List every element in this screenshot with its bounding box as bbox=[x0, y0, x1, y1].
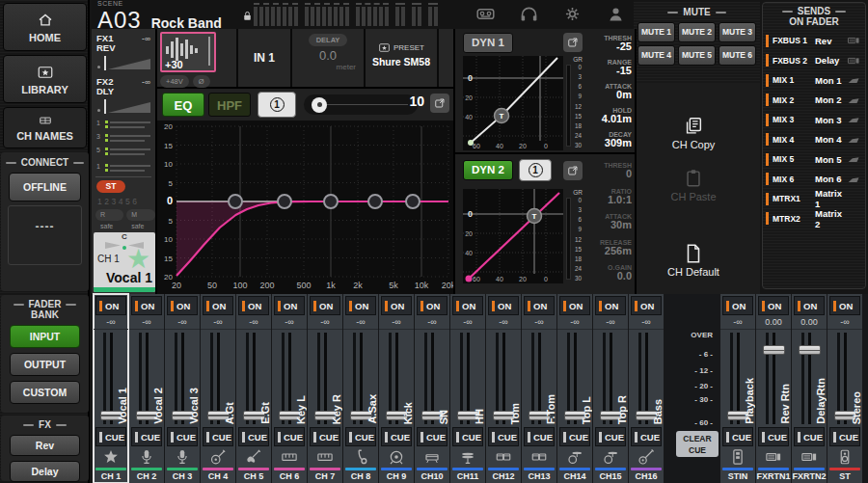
on-button[interactable]: ON bbox=[794, 296, 825, 315]
gear-icon[interactable] bbox=[562, 4, 583, 24]
channel-icon-wrap[interactable] bbox=[94, 446, 128, 468]
channel-strip[interactable]: ON-∞Top RCUECH15 bbox=[593, 294, 628, 483]
channel-strip[interactable]: ON-∞A.SaxCUECH 8 bbox=[343, 294, 378, 483]
fader-bank-custom[interactable]: CUSTOM bbox=[10, 381, 80, 404]
fader-bank-output[interactable]: OUTPUT bbox=[10, 353, 80, 376]
channel-fader[interactable]: Vocal 2 bbox=[129, 329, 164, 427]
headphones-icon[interactable] bbox=[519, 4, 539, 24]
on-button[interactable]: ON bbox=[722, 296, 753, 315]
channel-id-block[interactable]: ST bbox=[827, 468, 862, 483]
channel-fader[interactable]: Stereo bbox=[827, 329, 862, 427]
channel-strip[interactable]: ON-∞F.TomCUECH13 bbox=[522, 294, 556, 483]
dyn2-graph[interactable]: T 020406040200 bbox=[463, 189, 563, 283]
on-button[interactable]: ON bbox=[631, 296, 662, 315]
channel-icon-wrap[interactable] bbox=[720, 446, 755, 468]
channel-icon-wrap[interactable] bbox=[792, 446, 827, 468]
sends-on-fader-row[interactable]: MTRX1Matrix 1 bbox=[766, 189, 862, 209]
dyn2-button[interactable]: DYN 2 bbox=[463, 160, 513, 180]
sends-on-fader-row[interactable]: FXBUS 2Delay bbox=[766, 51, 862, 71]
fx2-fader[interactable] bbox=[96, 98, 150, 114]
connect-status-box[interactable]: ---- bbox=[8, 205, 82, 265]
mute-button[interactable]: MUTE 2 bbox=[678, 22, 716, 42]
mute-button[interactable]: MUTE 1 bbox=[637, 22, 675, 42]
channel-fader[interactable]: Key L bbox=[272, 329, 307, 427]
channel-id-block[interactable]: CH13 bbox=[522, 468, 556, 483]
cue-button[interactable]: CUE bbox=[345, 427, 376, 446]
channel-fader[interactable]: DelayRtn bbox=[792, 329, 827, 427]
eq-expand-button[interactable] bbox=[430, 94, 449, 113]
cue-button[interactable]: CUE bbox=[488, 427, 519, 446]
channel-icon-wrap[interactable] bbox=[308, 446, 342, 468]
cue-button[interactable]: CUE bbox=[381, 427, 412, 446]
sends-on-fader-row[interactable]: MTRX2Matrix 2 bbox=[766, 209, 862, 229]
channel-id-block[interactable]: CH10 bbox=[415, 468, 449, 483]
channel-icon-wrap[interactable] bbox=[450, 446, 485, 468]
dyn-param[interactable]: ATTACK30m bbox=[578, 213, 632, 239]
channel-strip[interactable]: ON-∞SNCUECH10 bbox=[415, 294, 449, 483]
channel-strip[interactable]: ON-∞TomCUECH12 bbox=[486, 294, 521, 483]
home-button[interactable]: HOME bbox=[3, 3, 87, 51]
channel-id-block[interactable]: CH 7 bbox=[308, 468, 342, 483]
on-button[interactable]: ON bbox=[758, 296, 789, 315]
eq-band-button[interactable]: 1 bbox=[258, 92, 296, 118]
channel-fader[interactable]: Top L bbox=[557, 329, 592, 427]
on-button[interactable]: ON bbox=[488, 296, 519, 315]
hpf-button[interactable]: HPF bbox=[208, 93, 251, 117]
dyn1-graph[interactable]: T 020406040200 bbox=[463, 56, 563, 150]
channel-fader[interactable]: F.Tom bbox=[522, 329, 556, 427]
slider-knob[interactable] bbox=[312, 97, 327, 113]
on-button[interactable]: ON bbox=[452, 296, 483, 315]
offline-button[interactable]: OFFLINE bbox=[9, 173, 81, 201]
channel-fader[interactable]: Bass bbox=[629, 329, 664, 427]
on-button[interactable]: ON bbox=[203, 296, 233, 315]
channel-id-block[interactable]: FXRTN2 bbox=[792, 468, 827, 483]
delay-cell[interactable]: DELAY 0.0 meter bbox=[292, 29, 366, 87]
cue-button[interactable]: CUE bbox=[310, 427, 340, 446]
channel-fader[interactable]: Tom bbox=[486, 329, 521, 427]
on-button[interactable]: ON bbox=[238, 296, 269, 315]
on-button[interactable]: ON bbox=[345, 296, 376, 315]
channel-fader[interactable]: E.Gt bbox=[236, 329, 271, 427]
on-button[interactable]: ON bbox=[310, 296, 340, 315]
channel-fader[interactable]: Key R bbox=[308, 329, 342, 427]
channel-id-block[interactable]: CH 6 bbox=[272, 468, 307, 483]
ch-default-button[interactable]: CH Default bbox=[650, 243, 737, 278]
mini-send-row[interactable]: 3 bbox=[96, 133, 150, 143]
cue-button[interactable]: CUE bbox=[595, 427, 626, 446]
channel-strip[interactable]: ON-∞PlaybackCUESTIN bbox=[720, 294, 755, 483]
dyn1-button[interactable]: DYN 1 bbox=[463, 33, 513, 53]
sends-on-fader-row[interactable]: MIX 6Mon 6 bbox=[766, 170, 862, 190]
cue-button[interactable]: CUE bbox=[167, 427, 198, 446]
channel-strip[interactable]: ON-∞HHCUECH11 bbox=[450, 294, 485, 483]
cue-button[interactable]: CUE bbox=[238, 427, 269, 446]
channel-icon-wrap[interactable] bbox=[629, 446, 664, 468]
channel-strip[interactable]: ON-∞E.GtCUECH 5 bbox=[236, 294, 271, 483]
dyn-param[interactable]: THRESH0 bbox=[578, 162, 632, 188]
channel-icon-wrap[interactable] bbox=[165, 446, 200, 468]
cue-button[interactable]: CUE bbox=[95, 427, 126, 446]
mute-button[interactable]: MUTE 3 bbox=[719, 22, 756, 42]
on-button[interactable]: ON bbox=[167, 296, 198, 315]
fx2-send[interactable]: FX2-∞ DLY bbox=[92, 72, 155, 116]
channel-icon-wrap[interactable] bbox=[827, 446, 862, 468]
fader-handle[interactable] bbox=[763, 345, 785, 355]
on-button[interactable]: ON bbox=[829, 296, 860, 315]
channel-id-block[interactable]: CH 8 bbox=[343, 468, 378, 483]
mini-send-row[interactable]: 1 bbox=[96, 120, 150, 129]
channel-icon-wrap[interactable] bbox=[557, 446, 592, 468]
channel-fader[interactable]: Rev Rtn bbox=[756, 329, 791, 427]
ch-paste-button[interactable]: CH Paste bbox=[650, 168, 737, 202]
channel-fader[interactable]: SN bbox=[415, 329, 449, 427]
phantom-button[interactable]: +48V bbox=[160, 75, 189, 88]
channel-fader[interactable]: Vocal 3 bbox=[165, 329, 200, 427]
channel-icon-wrap[interactable] bbox=[129, 446, 164, 468]
channel-strip[interactable]: ON-∞Vocal 3CUECH 3 bbox=[165, 294, 200, 483]
sends-on-fader-row[interactable]: MIX 1Mon 1 bbox=[766, 70, 862, 91]
channel-icon-wrap[interactable] bbox=[343, 446, 378, 468]
ch-names-button[interactable]: CH NAMES bbox=[3, 107, 87, 148]
cue-button[interactable]: CUE bbox=[631, 427, 662, 446]
channel-fader[interactable]: Kick bbox=[379, 329, 414, 427]
channel-fader[interactable]: A.Gt bbox=[201, 329, 235, 427]
mute-button[interactable]: MUTE 4 bbox=[637, 45, 675, 66]
channel-fader[interactable]: HH bbox=[450, 329, 485, 427]
